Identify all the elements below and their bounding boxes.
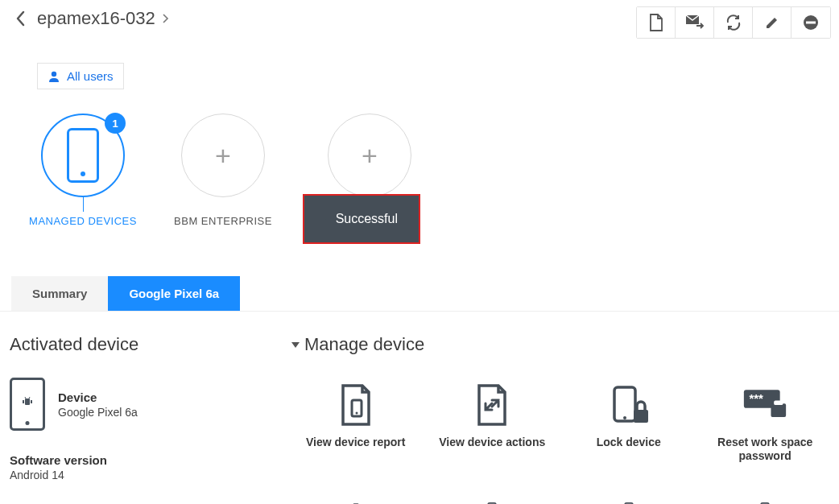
all-users-button[interactable]: All users	[37, 63, 124, 89]
password-icon: ***	[742, 382, 787, 428]
actions-icon	[469, 382, 515, 428]
check-icon	[325, 212, 326, 226]
svg-rect-4	[23, 400, 24, 403]
phone-small-icon	[469, 487, 515, 504]
view-actions-label: View device actions	[439, 436, 545, 449]
add-circle[interactable]: +	[328, 114, 411, 197]
svg-rect-1	[806, 22, 816, 24]
device-count-badge: 1	[105, 113, 126, 134]
android-phone-icon	[10, 378, 45, 431]
managed-devices-circle[interactable]: 1 MANAGED DEVICES	[39, 114, 127, 227]
svg-point-2	[52, 71, 56, 76]
phone-file-icon	[606, 487, 651, 504]
pencil-icon	[764, 14, 780, 31]
briefcase-icon	[333, 487, 378, 504]
back-chevron-icon[interactable]	[10, 6, 32, 31]
disable-button[interactable]	[791, 7, 830, 38]
toast-label: Successful	[336, 212, 398, 226]
managed-devices-label: MANAGED DEVICES	[29, 215, 137, 227]
breadcrumb: epamex16-032	[10, 6, 169, 31]
device-tabs: Summary Google Pixel 6a	[0, 276, 839, 312]
activated-device-info: Device Google Pixel 6a	[10, 378, 267, 431]
manage-device-title: Manage device	[304, 334, 424, 355]
plus-icon: +	[215, 142, 231, 169]
next-action-2[interactable]	[428, 482, 557, 504]
reset-pw-label: Reset work space password	[706, 436, 825, 463]
lock-icon	[606, 382, 651, 428]
svg-point-7	[355, 412, 358, 415]
svg-rect-5	[31, 400, 32, 403]
svg-rect-3	[25, 399, 30, 405]
next-action-1[interactable]	[291, 482, 420, 504]
send-mail-button[interactable]	[676, 7, 714, 38]
software-version-value: Android 14	[10, 469, 267, 481]
svg-rect-10	[634, 410, 648, 423]
edit-button[interactable]	[753, 7, 791, 38]
bbm-enterprise-label: BBM ENTERPRISE	[174, 215, 272, 227]
lock-device-action[interactable]: Lock device	[564, 378, 693, 468]
view-report-label: View device report	[306, 436, 405, 449]
refresh-button[interactable]	[714, 7, 753, 38]
bbm-enterprise-circle[interactable]: + BBM ENTERPRISE	[179, 114, 267, 227]
forward-caret-icon[interactable]	[160, 13, 169, 24]
plus-icon: +	[362, 142, 378, 169]
activated-device-heading: Activated device	[10, 334, 267, 355]
manage-device-heading[interactable]: Manage device	[291, 334, 829, 355]
report-icon	[333, 382, 378, 428]
device-model: Google Pixel 6a	[58, 406, 138, 419]
software-version-label: Software version	[10, 453, 267, 467]
view-device-actions-action[interactable]: View device actions	[428, 378, 557, 468]
device-label: Device	[58, 390, 138, 404]
svg-rect-13	[771, 403, 787, 417]
document-icon	[648, 14, 664, 31]
person-icon	[48, 70, 60, 83]
page-title: epamex16-032	[37, 8, 155, 29]
view-device-report-action[interactable]: View device report	[291, 378, 420, 468]
tab-summary[interactable]: Summary	[11, 276, 108, 311]
chevron-down-icon	[291, 342, 300, 348]
svg-rect-8	[614, 387, 635, 421]
next-action-4[interactable]	[701, 482, 830, 504]
remove-circle-icon	[802, 14, 820, 31]
all-users-label: All users	[67, 69, 114, 83]
toolbar	[636, 6, 831, 39]
mail-arrow-icon	[685, 14, 705, 31]
next-action-3[interactable]	[564, 482, 693, 504]
success-toast: Successful	[303, 194, 420, 244]
phone-icon	[67, 128, 99, 183]
svg-rect-14	[774, 400, 783, 405]
svg-point-9	[623, 416, 626, 419]
lock-label: Lock device	[597, 436, 661, 449]
refresh-icon	[725, 14, 742, 31]
svg-text:***: ***	[750, 391, 764, 405]
reset-workspace-password-action[interactable]: *** Reset work space password	[701, 378, 830, 468]
phone-small-icon	[742, 487, 787, 504]
tab-device[interactable]: Google Pixel 6a	[108, 276, 240, 311]
new-document-button[interactable]	[637, 7, 676, 38]
